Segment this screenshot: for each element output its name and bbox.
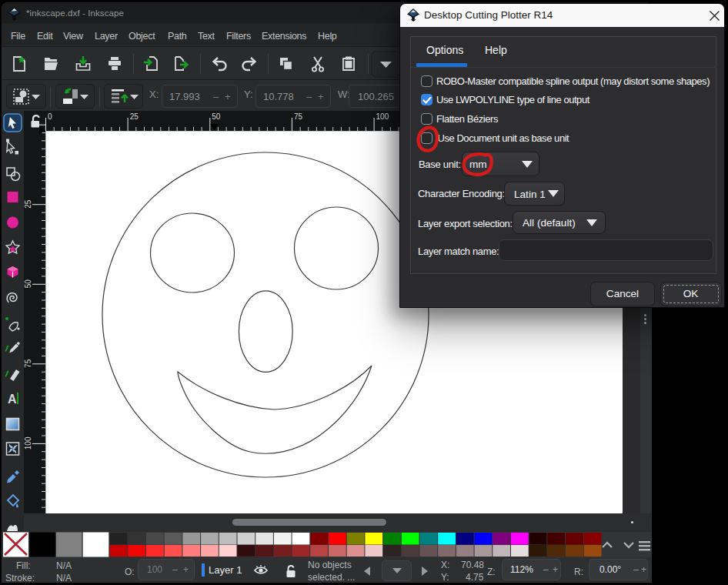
svg-text:50: 50 (24, 279, 32, 289)
svg-text:25: 25 (130, 112, 139, 121)
svg-text:0: 0 (48, 112, 52, 121)
svg-text:50: 50 (212, 112, 221, 121)
svg-text:100: 100 (376, 112, 389, 121)
svg-text:A: A (8, 393, 17, 406)
svg-text:100: 100 (24, 436, 32, 450)
svg-text:25: 25 (24, 199, 32, 209)
svg-text:75: 75 (24, 359, 32, 368)
svg-text:75: 75 (294, 112, 303, 121)
